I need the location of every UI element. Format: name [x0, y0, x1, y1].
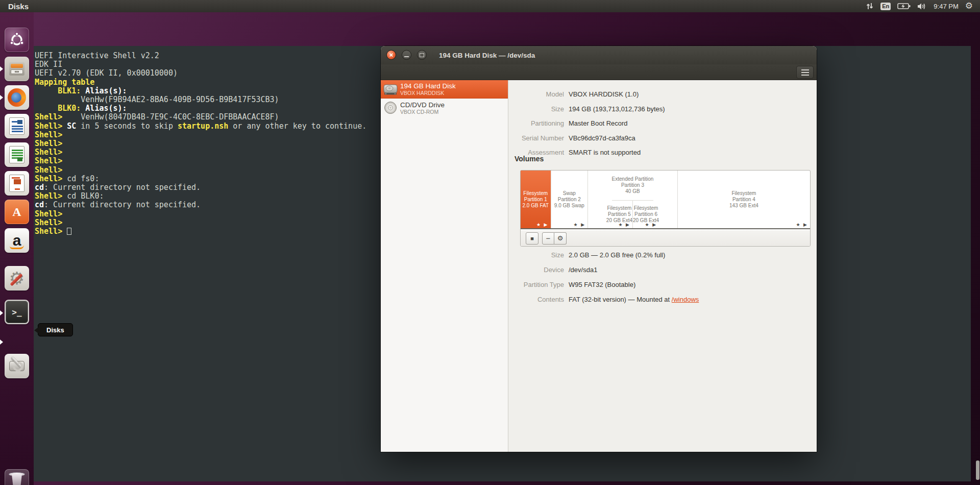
system-tray: En 9:47 PM ⚙ [866, 0, 980, 12]
info-label: Size [508, 251, 564, 259]
launcher-item-firefox[interactable] [5, 85, 29, 110]
partition-label: Extended PartitionPartition 340 GB [612, 176, 654, 195]
device-subtitle: VBOX CD-ROM [400, 109, 445, 115]
info-row: ContentsFAT (32-bit version) — Mounted a… [508, 296, 699, 303]
partition-6[interactable]: FilesystemPartition 620 GB Ext4★ ▶ [633, 201, 659, 228]
delete-partition-button[interactable]: − [542, 232, 554, 245]
window-toolbar [381, 64, 817, 80]
mount-point-link[interactable]: /windows [672, 296, 699, 303]
terminal-scrollbar-thumb[interactable] [976, 460, 979, 480]
unity-launcher: A a ⚙ >_ [0, 12, 34, 485]
disks-window: × 194 GB Hard Disk — /dev/sda 194 GB Har… [381, 46, 817, 452]
volume-actions-toolbar: ■ − ⚙ [521, 230, 810, 246]
info-row: Size2.0 GB — 2.0 GB free (0.2% full) [508, 251, 665, 259]
device-list-sidebar: 194 GB Hard DiskVBOX HARDDISKCD/DVD Driv… [381, 80, 508, 452]
info-value: W95 FAT32 (Bootable) [569, 281, 635, 288]
info-label: Size [508, 105, 564, 113]
launcher-item-amazon[interactable]: a [5, 228, 29, 253]
info-value: /dev/sda1 [569, 266, 597, 274]
partition-5[interactable]: FilesystemPartition 520 GB Ext4★ ▶ [606, 201, 633, 228]
partition-label: FilesystemPartition 12.0 GB FAT [523, 190, 549, 209]
window-body: 194 GB Hard DiskVBOX HARDDISKCD/DVD Driv… [381, 80, 817, 452]
top-panel: Disks En 9:47 PM ⚙ [0, 0, 980, 12]
file-cabinet-icon [9, 62, 24, 76]
trash-icon [11, 474, 23, 485]
session-gear-icon[interactable]: ⚙ [965, 0, 973, 12]
partition-4[interactable]: FilesystemPartition 4143 GB Ext4★ ▶ [678, 171, 810, 228]
cd-rom-icon [383, 101, 398, 114]
writer-document-icon [9, 117, 24, 135]
menu-hamburger-button[interactable] [796, 66, 814, 79]
network-updown-icon[interactable] [866, 2, 874, 10]
partition-label: SwapPartition 29.0 GB Swap [554, 190, 584, 209]
info-row: PartitioningMaster Boot Record [508, 119, 628, 127]
launcher-item-libreoffice-writer[interactable] [5, 114, 29, 138]
drive-detail-pane: ModelVBOX HARDDISK (1.0)Size194 GB (193,… [508, 80, 817, 452]
maximize-button[interactable] [417, 50, 427, 60]
running-pip-terminal [0, 310, 3, 316]
tooltip-label: Disks [46, 326, 64, 334]
device-list-item[interactable]: CD/DVD DriveVBOX CD-ROM [381, 99, 508, 117]
partition-1[interactable]: FilesystemPartition 12.0 GB FAT★ ▶ [521, 171, 551, 228]
launcher-item-system-settings[interactable]: ⚙ [5, 266, 29, 290]
device-title: 194 GB Hard Disk [400, 82, 456, 90]
info-row: Size194 GB (193,713,012,736 bytes) [508, 105, 665, 113]
partition-flags-icons: ★ ▶ [618, 222, 630, 227]
info-label: Contents [508, 296, 564, 303]
keyboard-layout-indicator[interactable]: En [880, 3, 891, 10]
info-value: 194 GB (193,713,012,736 bytes) [569, 105, 665, 113]
volumes-box: FilesystemPartition 12.0 GB FAT★ ▶SwapPa… [520, 170, 811, 247]
info-row: Partition TypeW95 FAT32 (Bootable) [508, 281, 635, 288]
info-row: Device/dev/sda1 [508, 266, 597, 274]
running-pip-disks [0, 340, 3, 345]
unmount-button[interactable]: ■ [526, 232, 538, 245]
info-value: SMART is not supported [569, 149, 641, 156]
launcher-item-dash[interactable] [5, 28, 29, 52]
launcher-item-disks[interactable] [5, 354, 29, 378]
calc-spreadsheet-icon [9, 146, 24, 163]
panel-app-title: Disks [8, 2, 29, 11]
device-subtitle: VBOX HARDDISK [400, 90, 456, 96]
firefox-icon [8, 88, 26, 107]
partition-flags-icons: ★ ▶ [645, 222, 657, 227]
amazon-swoosh [10, 245, 24, 249]
info-value: 2.0 GB — 2.0 GB free (0.2% full) [569, 251, 665, 259]
launcher-item-libreoffice-calc[interactable] [5, 142, 29, 167]
info-row: Serial NumberVBc96dc97d-ca3fa9ca [508, 134, 635, 142]
battery-charging-icon[interactable] [897, 3, 911, 10]
launcher-item-terminal[interactable]: >_ [5, 300, 29, 324]
info-value: FAT (32-bit version) — Mounted at /windo… [569, 296, 699, 303]
info-value: VBOX HARDDISK (1.0) [569, 90, 639, 98]
running-pip-firefox [0, 95, 3, 100]
minimize-button[interactable] [402, 50, 411, 60]
info-label: Partitioning [508, 119, 564, 127]
extended-partition-header[interactable]: Extended PartitionPartition 340 GB [612, 171, 654, 201]
partition-label: FilesystemPartition 520 GB Ext4 [606, 205, 632, 224]
extended-partition-3[interactable]: Extended PartitionPartition 340 GBFilesy… [588, 171, 678, 228]
software-center-icon: A [12, 205, 21, 219]
info-label: Serial Number [508, 134, 564, 142]
partition-flags-icons: ★ ▶ [796, 222, 808, 227]
window-title: 194 GB Hard Disk — /dev/sda [439, 46, 535, 64]
terminal-cursor [67, 228, 71, 235]
partition-label: FilesystemPartition 620 GB Ext4 [633, 205, 659, 224]
device-title: CD/DVD Drive [400, 101, 445, 109]
partition-flags-icons: ★ ▶ [574, 222, 586, 227]
launcher-item-libreoffice-impress[interactable] [5, 171, 29, 196]
volumes-heading: Volumes [514, 155, 544, 163]
clock[interactable]: 9:47 PM [934, 3, 958, 10]
launcher-item-files[interactable] [5, 57, 29, 81]
info-value: Master Boot Record [569, 119, 628, 127]
launcher-item-trash[interactable] [5, 469, 29, 485]
info-row: ModelVBOX HARDDISK (1.0) [508, 90, 639, 98]
close-button[interactable]: × [386, 50, 396, 60]
partition-map: FilesystemPartition 12.0 GB FAT★ ▶SwapPa… [521, 171, 810, 229]
info-label: Model [508, 90, 564, 98]
partition-2[interactable]: SwapPartition 29.0 GB Swap★ ▶ [551, 171, 589, 228]
impress-presentation-icon [9, 175, 24, 192]
partition-settings-button[interactable]: ⚙ [554, 232, 567, 245]
launcher-item-ubuntu-software[interactable]: A [5, 200, 29, 224]
device-list-item[interactable]: 194 GB Hard DiskVBOX HARDDISK [381, 80, 508, 99]
volume-icon[interactable] [917, 3, 927, 10]
window-titlebar[interactable]: × 194 GB Hard Disk — /dev/sda [381, 46, 817, 64]
